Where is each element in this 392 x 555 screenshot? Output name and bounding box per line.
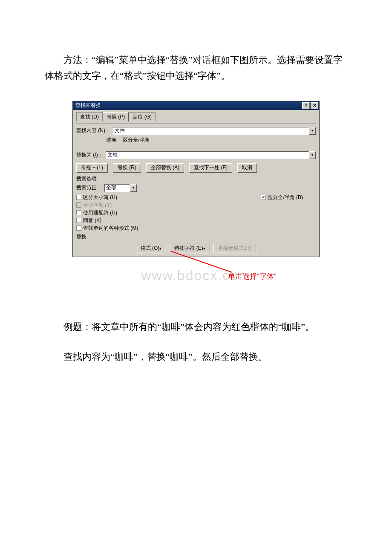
scope-dropdown-icon[interactable]: ▾ (130, 184, 137, 192)
instruction-line: 查找内容为“咖啡”，替换“咖啡”。然后全部替换。 (45, 347, 347, 367)
format-button[interactable]: 格式 (O) (136, 244, 167, 253)
replace-all-button[interactable]: 全部替换 (A) (146, 163, 184, 173)
find-input[interactable] (113, 127, 309, 135)
find-replace-dialog: 查找和替换 ? ✕ 查找 (D) 替换 (P) 定位 (G) 查找内容 (N)：… (72, 101, 320, 257)
tab-find[interactable]: 查找 (D) (76, 112, 103, 121)
no-format-button: 不限定格式 (T) (213, 244, 257, 253)
tab-replace[interactable]: 替换 (P) (103, 112, 129, 121)
tab-strip: 查找 (D) 替换 (P) 定位 (G) (76, 112, 316, 121)
tab-goto[interactable]: 定位 (G) (129, 112, 156, 121)
replace-label: 替换为 (I)： (76, 151, 103, 159)
check-wildcard[interactable]: 使用通配符 (U) (76, 209, 190, 217)
check-width[interactable]: ✔区分全/半角 (B) (261, 194, 303, 201)
check-forms[interactable]: 查找单词的各种形式 (M) (76, 225, 190, 232)
search-options-label: 搜索选项 (76, 175, 316, 182)
check-case[interactable]: 区分大小写 (H) (76, 194, 190, 201)
find-dropdown-icon[interactable]: ▾ (309, 127, 316, 135)
replace-button[interactable]: 替换 (R) (113, 163, 141, 173)
find-label: 查找内容 (N)： (76, 127, 110, 134)
special-char-button[interactable]: 特殊字符 (E) (170, 244, 210, 253)
dialog-title: 查找和替换 (75, 102, 301, 109)
find-options-line: 选项: 区分全/半角 (106, 136, 316, 144)
replace-dropdown-icon[interactable]: ▾ (309, 151, 316, 159)
close-button[interactable]: ✕ (311, 102, 318, 109)
find-next-button[interactable]: 查找下一处 (F) (189, 163, 232, 173)
check-sound[interactable]: 同音 (K) (76, 217, 190, 224)
replace-input[interactable] (106, 151, 309, 159)
example-line: 例题：将文章中所有的“咖啡”体会内容为红色楷体的“咖啡”。 (45, 317, 347, 337)
check-whole: 全字匹配 (Y) (76, 202, 190, 209)
help-button[interactable]: ? (302, 102, 310, 109)
replace-section-label: 替换 (76, 233, 316, 240)
annotation-area: www.bdocx.com 单击选择“字体” (45, 261, 347, 287)
scope-label: 搜索范围： (76, 184, 102, 191)
cancel-button[interactable]: 取消 (237, 163, 257, 173)
annotation-text: 单击选择“字体” (228, 272, 276, 281)
titlebar[interactable]: 查找和替换 ? ✕ (73, 101, 319, 110)
intro-paragraph: 方法：“编辑”菜单中选择“替换”对话框如下图所示。选择需要设置字体格式的文字，在… (45, 52, 347, 84)
more-button[interactable]: 常规 ± (L) (76, 163, 108, 173)
scope-select[interactable] (104, 184, 130, 192)
